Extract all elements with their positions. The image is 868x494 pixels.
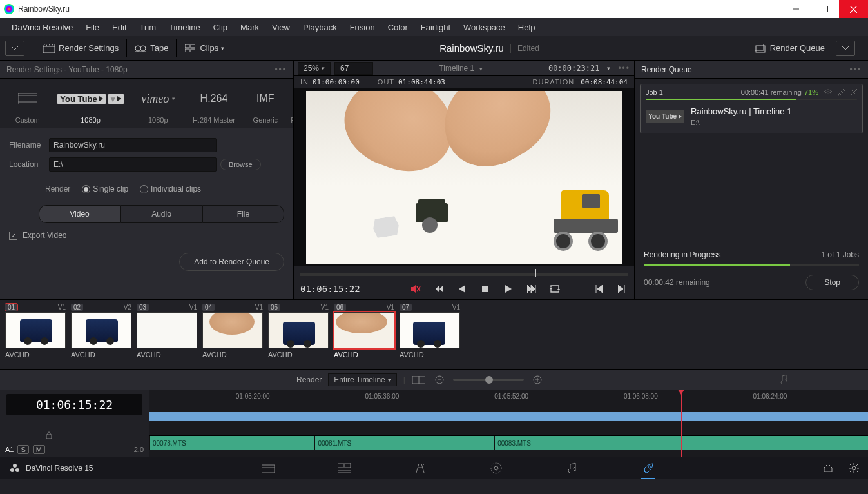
render-queue-toggle[interactable]: Render Queue bbox=[749, 43, 830, 53]
menu-davinci-resolve[interactable]: DaVinci Resolve bbox=[5, 23, 79, 32]
stop-icon[interactable] bbox=[479, 283, 491, 295]
page-edit-icon[interactable] bbox=[337, 461, 351, 475]
render-job-card[interactable]: Job 1 00:00:41 remaining 71% You Tube Ra… bbox=[640, 84, 863, 133]
go-to-start-icon[interactable] bbox=[433, 283, 445, 295]
timeline-name-select[interactable]: Timeline 1 ▾ bbox=[377, 64, 545, 73]
browse-button[interactable]: Browse bbox=[220, 159, 261, 170]
edit-job-icon[interactable] bbox=[838, 88, 845, 96]
menu-timeline[interactable]: Timeline bbox=[162, 23, 207, 32]
clip-thumbnail[interactable]: 05V1 AVCHD bbox=[268, 304, 329, 365]
remove-job-icon[interactable] bbox=[851, 89, 857, 95]
single-clip-radio[interactable]: Single clip bbox=[82, 184, 128, 193]
page-deliver-icon[interactable] bbox=[641, 465, 655, 479]
mute-button[interactable]: M bbox=[33, 445, 45, 454]
export-video-checkbox[interactable]: ✓ bbox=[9, 232, 17, 240]
audio-track[interactable]: 00078.MTS 00081.MTS 00083.MTS bbox=[149, 435, 868, 450]
clip-thumbnail[interactable]: 03V1 AVCHD bbox=[137, 304, 197, 365]
clips-toggle[interactable]: Clips ▾ bbox=[179, 43, 229, 53]
preset-h264[interactable]: H.264 H.264 Master bbox=[193, 90, 235, 124]
music-note-icon[interactable] bbox=[776, 375, 791, 385]
individual-clips-radio[interactable]: Individual clips bbox=[140, 184, 201, 193]
panel-toggle-left[interactable] bbox=[5, 41, 24, 56]
preset-youtube-label: 1080p bbox=[57, 116, 123, 124]
clip-thumbnail[interactable]: 04V1 AVCHD bbox=[202, 304, 263, 365]
menu-fairlight[interactable]: Fairlight bbox=[414, 23, 457, 32]
menu-mark[interactable]: Mark bbox=[234, 23, 265, 32]
menu-edit[interactable]: Edit bbox=[106, 23, 133, 32]
loop-icon[interactable] bbox=[549, 283, 561, 295]
home-icon[interactable] bbox=[823, 463, 833, 473]
preset-next[interactable]: Final bbox=[291, 90, 293, 124]
panel-options-icon[interactable]: ••• bbox=[275, 65, 287, 74]
svg-line-7 bbox=[52, 44, 53, 46]
svg-point-9 bbox=[140, 46, 146, 51]
clip-thumbnail[interactable]: 07V1 AVCHD bbox=[400, 304, 460, 365]
clapperboard-icon bbox=[43, 44, 55, 53]
location-input[interactable]: E:\ bbox=[49, 157, 217, 172]
page-media-icon[interactable] bbox=[261, 461, 275, 475]
playhead[interactable] bbox=[681, 390, 682, 457]
minimize-button[interactable] bbox=[781, 0, 810, 18]
render-range-select[interactable]: Entire Timeline▾ bbox=[328, 373, 396, 386]
timeline-view-icon[interactable] bbox=[412, 375, 426, 385]
chevron-down-icon[interactable]: ▾ bbox=[607, 65, 610, 72]
tab-audio[interactable]: Audio bbox=[121, 205, 202, 223]
play-back-icon[interactable] bbox=[456, 283, 468, 295]
add-to-render-queue-button[interactable]: Add to Render Queue bbox=[179, 253, 284, 271]
prev-keyframe-icon[interactable] bbox=[593, 283, 604, 295]
lock-icon[interactable] bbox=[45, 431, 53, 439]
preset-imf[interactable]: IMF Generic bbox=[253, 90, 278, 124]
panel-toggle-right[interactable] bbox=[836, 41, 855, 56]
clip-thumbnail[interactable]: 01V1 AVCHD bbox=[5, 304, 66, 365]
render-settings-toggle[interactable]: Render Settings bbox=[38, 43, 124, 53]
menu-fusion[interactable]: Fusion bbox=[343, 23, 381, 32]
zoom-in-icon[interactable] bbox=[530, 375, 545, 385]
close-button[interactable] bbox=[839, 0, 868, 18]
mute-icon[interactable] bbox=[410, 283, 421, 295]
viewer-scrubber[interactable] bbox=[294, 266, 634, 279]
preset-vimeo[interactable]: vimeo▾ 1080p bbox=[141, 90, 175, 124]
frame-input[interactable]: 67 bbox=[334, 62, 373, 75]
timeline-ruler[interactable]: 01:05:20:00 01:05:36:00 01:05:52:00 01:0… bbox=[149, 390, 868, 408]
settings-icon[interactable] bbox=[849, 463, 859, 473]
tab-file[interactable]: File bbox=[202, 205, 284, 223]
stop-render-button[interactable]: Stop bbox=[805, 275, 859, 290]
render-option-label: Render bbox=[45, 184, 70, 193]
youtube-icon: You Tube▾ bbox=[57, 90, 123, 107]
preset-custom[interactable]: Custom bbox=[15, 90, 40, 124]
tab-video[interactable]: Video bbox=[39, 205, 121, 223]
maximize-button[interactable] bbox=[810, 0, 839, 18]
menu-file[interactable]: File bbox=[79, 23, 106, 32]
page-fusion-icon[interactable] bbox=[413, 461, 427, 475]
render-settings-header: Render Settings - YouTube - 1080p bbox=[6, 65, 128, 74]
solo-button[interactable]: S bbox=[17, 445, 28, 454]
menu-clip[interactable]: Clip bbox=[207, 23, 234, 32]
page-fairlight-icon[interactable] bbox=[565, 461, 579, 475]
zoom-select[interactable]: 25%▾ bbox=[298, 62, 331, 75]
zoom-slider[interactable] bbox=[453, 379, 524, 381]
go-to-end-icon[interactable] bbox=[526, 283, 537, 295]
viewer-panel: 25%▾ 67 Timeline 1 ▾ 00:00:23:21 ▾ ••• I… bbox=[294, 61, 634, 299]
menu-workspace[interactable]: Workspace bbox=[457, 23, 512, 32]
youtube-badge-icon: You Tube bbox=[646, 110, 684, 123]
tape-toggle[interactable]: Tape bbox=[130, 43, 173, 53]
zoom-out-icon[interactable] bbox=[432, 375, 447, 385]
menu-playback[interactable]: Playback bbox=[296, 23, 343, 32]
video-track[interactable] bbox=[149, 408, 868, 435]
page-color-icon[interactable] bbox=[489, 461, 503, 475]
viewer-options-icon[interactable]: ••• bbox=[618, 64, 630, 73]
clip-thumbnail-selected[interactable]: 06V1 AVCHD bbox=[334, 304, 394, 365]
queue-options-icon[interactable]: ••• bbox=[849, 65, 862, 74]
clip-thumbnail[interactable]: 02V2 AVCHD bbox=[71, 304, 131, 365]
menu-help[interactable]: Help bbox=[512, 23, 542, 32]
preset-youtube[interactable]: You Tube▾ 1080p bbox=[57, 90, 123, 124]
menu-view[interactable]: View bbox=[265, 23, 296, 32]
next-keyframe-icon[interactable] bbox=[616, 283, 628, 295]
audio-clip[interactable]: 00078.MTS bbox=[149, 436, 314, 450]
filename-input[interactable]: RainbowSky.ru bbox=[49, 138, 217, 152]
project-edited-label: Edited bbox=[510, 44, 539, 53]
audio-clip[interactable]: 00081.MTS bbox=[314, 436, 494, 450]
menu-trim[interactable]: Trim bbox=[133, 23, 163, 32]
play-icon[interactable] bbox=[503, 283, 514, 295]
menu-color[interactable]: Color bbox=[381, 23, 414, 32]
